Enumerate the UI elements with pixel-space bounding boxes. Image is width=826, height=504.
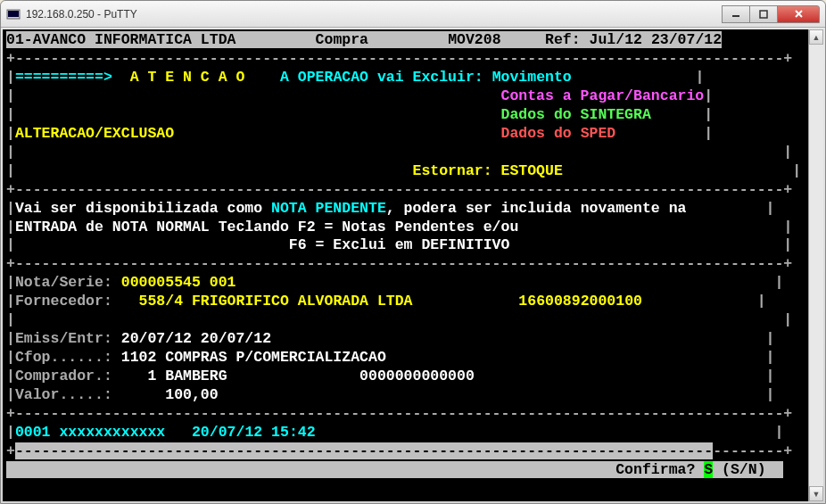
- item-contas: Contas a Pagar/Bancario: [501, 87, 705, 104]
- app-icon: [6, 7, 21, 21]
- footer-line: ----------------------------------------…: [15, 442, 713, 459]
- estornar-value: ESTOQUE: [501, 162, 563, 179]
- alt-excl: ALTERACAO/EXCLUSAO: [15, 125, 174, 142]
- forn-cnpj: 16600892000100: [518, 293, 642, 310]
- ref: Ref: Jul/12 23/07/12: [545, 31, 722, 48]
- item-sintegra: Dados do SINTEGRA: [501, 106, 651, 123]
- close-button[interactable]: [777, 5, 820, 23]
- forn-code: 558/4: [139, 293, 184, 310]
- nota-label: Nota/Serie:: [15, 274, 112, 291]
- info-l1c: , podera ser incluida novamente na: [386, 200, 687, 217]
- code: MOV208: [448, 31, 500, 48]
- confirm-label: Confirma?: [615, 461, 695, 478]
- emiss-value: 20/07/12 20/07/12: [121, 330, 271, 347]
- confirm-line: Confirma? S (S/N): [6, 461, 783, 478]
- scrollbar[interactable]: ▲ ▼: [808, 29, 823, 501]
- window-title: 192.168.0.250 - PuTTY: [26, 8, 723, 21]
- confirm-hint: (S/N): [722, 461, 766, 478]
- item-movimento: Movimento: [492, 69, 572, 86]
- cfop-label: Cfop......:: [15, 349, 112, 366]
- window-controls: [723, 5, 820, 23]
- header-line: 01-AVANCO INFORMATICA LTDA Compra MOV208…: [6, 31, 722, 48]
- log-seq: 0001: [15, 424, 51, 441]
- arrow: ==========>: [15, 69, 112, 86]
- item-sped: Dados do SPED: [501, 125, 616, 142]
- confirm-input[interactable]: S: [704, 461, 713, 478]
- putty-window: 192.168.0.250 - PuTTY 01-AVANCO INFORMAT…: [0, 0, 826, 504]
- scroll-track[interactable]: [809, 45, 823, 486]
- svg-rect-1: [8, 11, 19, 17]
- log-ts: 20/07/12 15:42: [192, 424, 316, 441]
- titlebar: 192.168.0.250 - PuTTY: [1, 1, 825, 28]
- info-l2: ENTRADA de NOTA NORMAL Teclando F2 = Not…: [15, 219, 518, 235]
- info-l1b: NOTA PENDENTE: [271, 200, 386, 217]
- terminal-container: 01-AVANCO INFORMATICA LTDA Compra MOV208…: [3, 29, 823, 501]
- scroll-down-button[interactable]: ▼: [809, 486, 823, 501]
- valor-label: Valor.....:: [15, 386, 112, 403]
- op-label: A OPERACAO vai Excluir:: [280, 69, 483, 86]
- valor-value: 100,00: [121, 386, 219, 403]
- estornar-label: Estornar:: [412, 162, 491, 179]
- terminal[interactable]: 01-AVANCO INFORMATICA LTDA Compra MOV208…: [3, 29, 808, 501]
- comp-value: 1 BAMBERG 0000000000000: [121, 368, 475, 384]
- cfop-value: 1102 COMPRAS P/COMERCIALIZACAO: [121, 349, 386, 366]
- emiss-label: Emiss/Entr:: [15, 330, 112, 347]
- nota-value: 000005545 001: [121, 274, 236, 291]
- maximize-button[interactable]: [749, 5, 778, 23]
- scroll-up-button[interactable]: ▲: [809, 29, 823, 45]
- info-l1a: Vai ser disponibilizada como: [15, 200, 271, 217]
- log-x: xxxxxxxxxxxx: [59, 424, 165, 441]
- comp-label: Comprador.:: [15, 368, 112, 384]
- info-l3: F6 = Exclui em DEFINITIVO: [15, 236, 510, 253]
- forn-name: FRIGORIFICO ALVORADA LTDA: [192, 293, 413, 310]
- svg-rect-3: [760, 11, 767, 18]
- forn-label: Fornecedor:: [15, 293, 112, 310]
- module: Compra: [316, 31, 368, 48]
- company: 01-AVANCO INFORMATICA LTDA: [6, 31, 235, 48]
- minimize-button[interactable]: [722, 5, 750, 23]
- atencao: A T E N C A O: [130, 69, 245, 86]
